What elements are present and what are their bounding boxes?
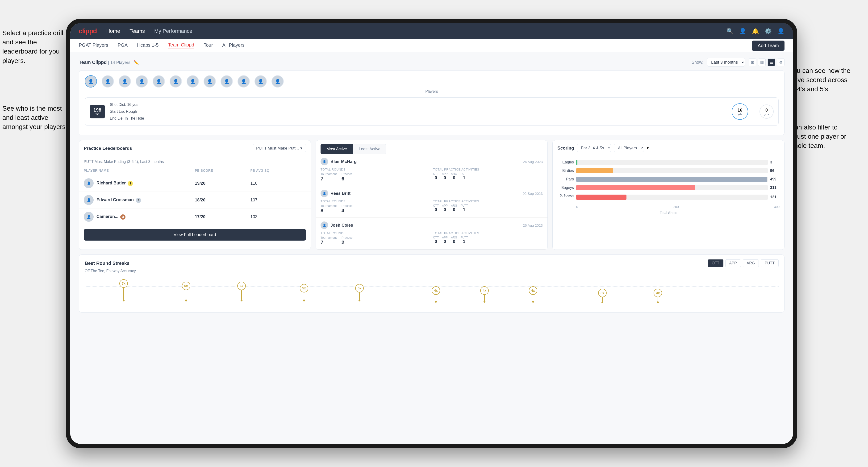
grid-large-view-icon[interactable]: ▦ [758,59,766,66]
subnav-pgat[interactable]: PGAT Players [79,42,108,49]
three-col-section: Practice Leaderboards PUTT Must Make Put… [79,140,784,250]
player-avatar-12[interactable]: 👤 [272,75,284,88]
nav-item-home[interactable]: Home [106,28,120,34]
chevron-down-icon: ▾ [300,146,302,151]
rees-date: 02 Sep 2023 [523,191,543,195]
josh-avatar: 👤 [320,221,328,229]
col-pb-score: PB SCORE [195,168,250,173]
team-title: Team Clippd | 14 Players [79,60,132,65]
edit-team-icon[interactable]: ✏️ [133,60,139,65]
show-controls: Show: Last 3 months Last 6 months This y… [691,58,784,66]
practice-leaderboards-card: Practice Leaderboards PUTT Must Make Put… [79,140,311,250]
shot-circle-16: 16 yds [732,103,748,120]
nav-item-teams[interactable]: Teams [129,28,145,34]
josh-date: 26 Aug 2023 [523,223,543,227]
players-avatars: 👤 👤 👤 👤 👤 👤 👤 👤 👤 👤 👤 👤 [85,75,779,88]
streaks-card: Best Round Streaks OTT APP ARG PUTT Off … [79,254,784,312]
pac-name-blair: 👤 Blair McHarg [320,158,356,165]
show-select[interactable]: Last 3 months Last 6 months This year [707,58,745,66]
drill-dropdown[interactable]: PUTT Must Make Putt... ▾ [253,144,306,152]
scoring-filter-par[interactable]: Par 3, 4 & 5s Par 3s Par 4s Par 5s [577,144,611,152]
streaks-tab-putt[interactable]: PUTT [761,259,779,267]
leaderboard-row-3[interactable]: 👤 Cameron... 3 17/20 103 [79,209,311,225]
user-icon[interactable]: 👤 [739,28,746,34]
bar-track-bogeys [576,185,768,190]
nav-item-performance[interactable]: My Performance [154,28,192,34]
annotation-left2: See who is the most and least active amo… [2,104,68,132]
subnav-tour[interactable]: Tour [204,42,213,49]
pac-name-josh: 👤 Josh Coles [320,221,353,229]
bar-track-dbogeys [576,195,768,200]
blair-practice-activities: Total Practice Activities OTT0 APP0 ARG0… [433,168,543,182]
subnav-team-clippd[interactable]: Team Clippd [168,42,194,49]
streaks-tab-arg[interactable]: ARG [743,259,759,267]
scoring-filter-players[interactable]: All Players [614,144,644,152]
player-avatar-10[interactable]: 👤 [238,75,250,88]
player-avatar-2[interactable]: 👤 [102,75,114,88]
leaderboard-title: Practice Leaderboards [84,146,132,151]
search-icon[interactable]: 🔍 [726,28,734,34]
subnav-hcaps[interactable]: Hcaps 1-5 [137,42,158,49]
tab-least-active[interactable]: Least Active [353,144,386,154]
bar-label-dbogeys: D. Bogeys + [557,194,574,201]
dot-6x-1: 6x [182,282,190,302]
player-cell-2: 👤 Edward Crossman 2 [84,195,195,205]
shot-badge: 198 SC [90,105,105,118]
player-avatar-6[interactable]: 👤 [169,75,182,88]
player-avatar-3[interactable]: 👤 [119,75,131,88]
avg-richard: 110 [250,181,306,186]
rees-practice-activities: Total Practice Activities OTT0 APP0 ARG0… [433,199,543,214]
player-cell-3: 👤 Cameron... 3 [84,212,195,222]
list-view-icon[interactable]: ☰ [768,59,775,66]
scoring-card: Scoring Par 3, 4 & 5s Par 3s Par 4s Par … [552,140,784,250]
tab-most-active[interactable]: Most Active [320,144,353,154]
bar-row-birdies: Birdies 96 [557,168,780,173]
grid-small-view-icon[interactable]: ⊞ [749,59,756,66]
add-team-button[interactable]: Add Team [752,40,784,51]
player-avatar-4[interactable]: 👤 [135,75,148,88]
gold-badge-richard: 1 [128,181,133,186]
settings-view-icon[interactable]: ⚙ [777,59,784,66]
blair-date: 26 Aug 2023 [523,160,543,164]
player-avatar-7[interactable]: 👤 [187,75,199,88]
bar-label-eagles: Eagles [557,160,574,164]
player-name-richard: Richard Butler [96,181,126,185]
subnav-pga[interactable]: PGA [118,42,128,49]
bar-row-eagles: Eagles 3 [557,160,780,165]
annotation-left1: Select a practice drill and see the lead… [2,28,68,65]
streaks-tab-ott[interactable]: OTT [708,259,723,267]
leaderboard-card-header: Practice Leaderboards PUTT Must Make Put… [79,140,311,156]
avatar-icon[interactable]: 👤 [777,28,784,34]
activity-card: Most Active Least Active 👤 Blair McHarg … [316,140,548,250]
show-label: Show: [691,60,703,65]
team-title-group: Team Clippd | 14 Players ✏️ [79,60,139,65]
player-avatar-1[interactable]: 👤 [85,75,97,88]
leaderboard-row-2[interactable]: 👤 Edward Crossman 2 18/20 107 [79,192,311,209]
player-avatar-8[interactable]: 👤 [204,75,216,88]
dot-3x-1: 3x [598,289,607,303]
score-edward: 18/20 [195,198,250,203]
shot-circle-0: 0 yds [760,104,774,119]
bar-label-bogeys: Bogeys [557,186,574,190]
player-avatar-11[interactable]: 👤 [254,75,267,88]
streaks-tab-app[interactable]: APP [725,259,741,267]
josh-practice-activities: Total Practice Activities OTT0 APP0 ARG0… [433,231,543,246]
top-nav: clippd Home Teams My Performance 🔍 👤 🔔 ⚙… [70,23,793,39]
player-avatar-9[interactable]: 👤 [220,75,233,88]
dot-5x-2: 5x [355,284,364,302]
josh-total-rounds: Total Rounds Tournament 7 Practice 2 [320,231,430,246]
dot-4x-1: 4x [432,286,440,303]
leaderboard-title-group: Practice Leaderboards [84,146,132,151]
silver-badge-edward: 2 [136,198,141,203]
bell-icon[interactable]: 🔔 [752,28,759,34]
player-name-edward: Edward Crossman [96,197,134,202]
bar-row-bogeys: Bogeys 311 [557,185,780,190]
view-full-leaderboard-button[interactable]: View Full Leaderboard [84,229,306,241]
subnav-all-players[interactable]: All Players [222,42,244,49]
streaks-title: Best Round Streaks [85,261,129,266]
player-avatar-5[interactable]: 👤 [153,75,165,88]
settings-icon[interactable]: ⚙️ [765,28,772,34]
leaderboard-row-1[interactable]: 👤 Richard Butler 1 19/20 110 [79,175,311,192]
bar-row-pars: Pars 499 [557,177,780,182]
players-card: 👤 👤 👤 👤 👤 👤 👤 👤 👤 👤 👤 👤 Players [79,70,784,135]
